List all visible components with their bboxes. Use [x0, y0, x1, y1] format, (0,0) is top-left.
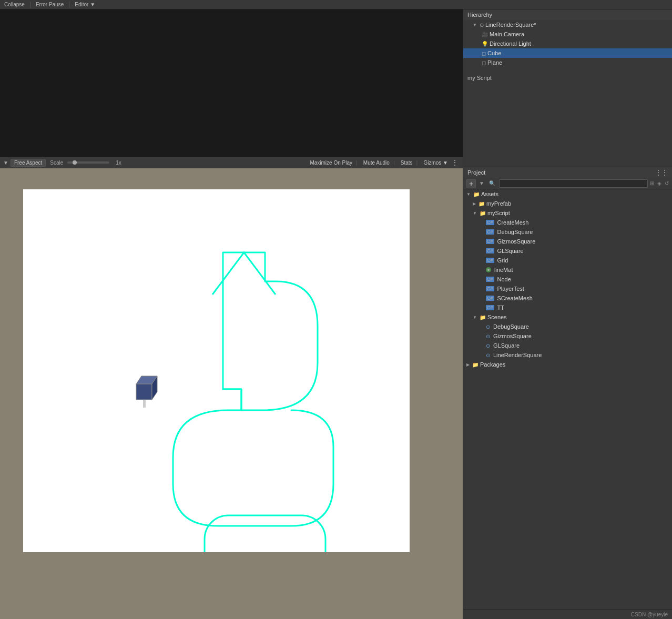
more-options-button[interactable]: ⋮ — [450, 158, 460, 167]
project-item-scene-glsquare[interactable]: ⊙ GLSquare — [463, 341, 672, 350]
project-item-label: Packages — [480, 361, 505, 368]
camera-icon: 🎥 — [482, 32, 488, 37]
project-item-label: myPrefab — [486, 200, 511, 207]
project-item-playertest[interactable]: C# PlayerTest — [463, 284, 672, 293]
project-item-node[interactable]: C# Node — [463, 275, 672, 284]
project-item-label: TT — [497, 305, 504, 311]
scene-file-icon: ⊙ — [486, 352, 490, 358]
editor-dropdown[interactable]: Editor ▼ — [73, 1, 97, 8]
hierarchy-item-plane[interactable]: ◻ Plane — [463, 58, 672, 67]
line-render-svg — [23, 189, 410, 552]
folder-icon: 📁 — [480, 210, 486, 216]
project-item-tt[interactable]: C# TT — [463, 303, 672, 312]
light-icon: 💡 — [482, 41, 488, 47]
project-item-glsquare[interactable]: C# GLSquare — [463, 246, 672, 256]
project-item-label: GLSquare — [493, 342, 520, 349]
project-item-debugsquare[interactable]: C# DebugSquare — [463, 227, 672, 237]
folder-arrow-icon: ▼ — [473, 211, 477, 216]
project-item-gizmossquare[interactable]: C# GizmosSquare — [463, 237, 672, 246]
project-item-scenes-folder[interactable]: ▼ 📁 Scenes — [463, 312, 672, 322]
stats-button[interactable]: Stats — [401, 160, 413, 166]
assets-root[interactable]: ▼ 📁 Assets — [463, 189, 672, 199]
script-icon: C# — [486, 305, 494, 310]
scale-slider[interactable] — [67, 161, 109, 164]
game-view[interactable] — [0, 168, 463, 619]
script-icon: C# — [486, 239, 494, 244]
folder-icon: 📁 — [478, 201, 485, 207]
hierarchy-item-cube[interactable]: ◻ Cube — [463, 48, 672, 58]
script-name-label: my Script — [467, 75, 492, 81]
project-item-label: myScript — [487, 210, 510, 216]
project-item-label: DebugSquare — [497, 229, 533, 235]
script-icon: C# — [486, 296, 494, 301]
project-item-linemat[interactable]: ● lineMat — [463, 265, 672, 275]
project-item-label: GLSquare — [497, 248, 524, 254]
folder-arrow-icon: ▼ — [473, 315, 477, 320]
project-tab[interactable]: Project ⋮⋮ — [463, 167, 672, 178]
hierarchy-tab[interactable]: Hierarchy — [463, 9, 672, 20]
project-item-label: GizmosSquare — [493, 333, 532, 339]
project-item-screatemesh[interactable]: C# SCreateMesh — [463, 293, 672, 303]
project-item-label: Grid — [497, 257, 508, 263]
project-toolbar: + ▼ 🔍 ⊞ ◈ ↺ — [463, 178, 672, 189]
error-pause-button[interactable]: Error Pause — [34, 1, 66, 8]
hierarchy-root[interactable]: ▼ ⊙ LineRenderSquare* — [463, 20, 672, 29]
filter-icon[interactable]: ◈ — [657, 180, 661, 186]
script-icon: C# — [486, 229, 494, 235]
hierarchy-panel: Hierarchy ▼ ⊙ LineRenderSquare* 🎥 Main C… — [463, 9, 672, 167]
panel-options-button[interactable]: ⋮⋮ — [655, 169, 668, 176]
project-item-scene-debugsquare[interactable]: ⊙ DebugSquare — [463, 322, 672, 331]
project-item-myscript-folder[interactable]: ▼ 📁 myScript — [463, 208, 672, 218]
packages-folder-icon: 📁 — [472, 362, 478, 368]
view-toggle-icon[interactable]: ⊞ — [650, 180, 654, 186]
gizmos-button[interactable]: Gizmos ▼ — [423, 160, 448, 166]
game-toolbar: ▼ Free Aspect Scale 1x Maximize On Play … — [0, 157, 463, 168]
packages-arrow-icon: ▶ — [466, 362, 470, 367]
svg-rect-0 — [205, 515, 325, 552]
scene-file-icon: ⊙ — [486, 333, 490, 339]
add-asset-button[interactable]: + — [466, 179, 476, 188]
scene-file-icon: ⊙ — [486, 324, 490, 330]
svg-marker-1 — [136, 384, 152, 400]
project-item-myprefab[interactable]: ▶ 📁 myPrefab — [463, 199, 672, 208]
collapse-button[interactable]: Collapse — [2, 1, 27, 8]
scale-label: Scale — [50, 160, 63, 166]
project-item-scene-gizmossquare[interactable]: ⊙ GizmosSquare — [463, 331, 672, 341]
project-item-label: DebugSquare — [493, 323, 529, 330]
cube-icon: ◻ — [482, 50, 486, 56]
material-icon: ● — [486, 267, 491, 272]
project-item-createmesh[interactable]: C# CreateMesh — [463, 218, 672, 227]
folder-arrow-icon: ▶ — [473, 201, 476, 206]
hierarchy-item-label: Plane — [487, 59, 502, 66]
project-item-label: GizmosSquare — [497, 238, 536, 245]
assets-label: Assets — [481, 191, 498, 197]
refresh-icon[interactable]: ↺ — [665, 180, 669, 186]
scale-slider-dot — [73, 160, 77, 165]
script-icon: C# — [486, 286, 494, 291]
dropdown-arrow[interactable]: ▼ — [478, 180, 485, 186]
project-item-label: SCreateMesh — [497, 295, 533, 301]
hierarchy-item-directional-light[interactable]: 💡 Directional Light — [463, 39, 672, 48]
assets-folder-icon: 📁 — [473, 191, 480, 197]
project-item-scene-linerendersquare[interactable]: ⊙ LineRenderSquare — [463, 350, 672, 360]
mute-button[interactable]: Mute Audio — [363, 160, 390, 166]
project-item-grid[interactable]: C# Grid — [463, 256, 672, 265]
hierarchy-item-label: Cube — [487, 50, 501, 56]
scene-view[interactable] — [0, 9, 463, 157]
project-tab-label: Project — [467, 169, 485, 176]
project-search-input[interactable] — [499, 179, 648, 188]
scene-file-icon: ⊙ — [486, 343, 490, 349]
top-bar: Collapse Error Pause Editor ▼ — [0, 0, 672, 9]
free-aspect-dropdown[interactable]: Free Aspect — [11, 159, 46, 167]
hierarchy-tab-label: Hierarchy — [467, 12, 492, 18]
maximize-button[interactable]: Maximize On Play — [310, 160, 352, 166]
left-panel: ▼ Free Aspect Scale 1x Maximize On Play … — [0, 9, 463, 619]
hierarchy-item-main-camera[interactable]: 🎥 Main Camera — [463, 29, 672, 39]
project-item-packages[interactable]: ▶ 📁 Packages — [463, 360, 672, 369]
folder-icon: 📁 — [480, 314, 486, 320]
aspect-arrow: ▼ — [3, 160, 8, 166]
plane-icon: ◻ — [482, 60, 486, 66]
main-layout: ▼ Free Aspect Scale 1x Maximize On Play … — [0, 9, 672, 619]
credit-label: CSDN @yueyie — [631, 612, 668, 617]
project-item-label: PlayerTest — [497, 286, 524, 292]
